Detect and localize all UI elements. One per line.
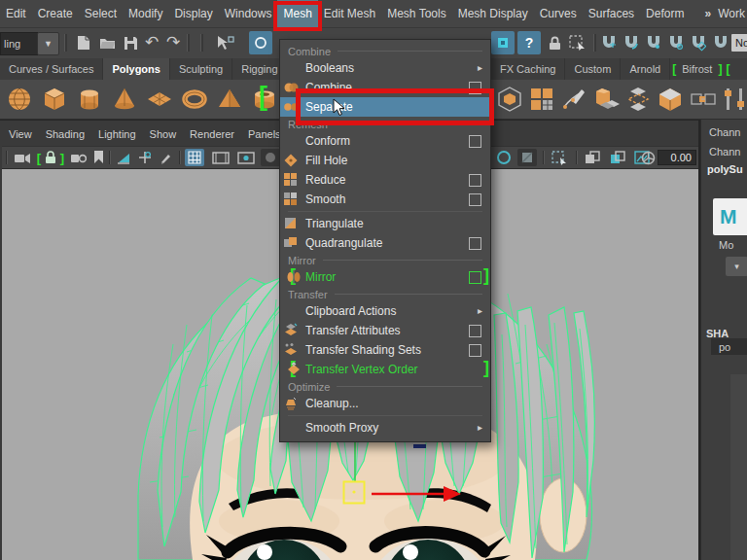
tab-sculpting[interactable]: Sculpting: [170, 58, 232, 80]
isolate-view-icon[interactable]: [607, 149, 628, 166]
panel-menu-shading[interactable]: Shading: [39, 122, 91, 146]
option-box[interactable]: [469, 193, 481, 206]
exposure-field[interactable]: 0.00: [658, 150, 696, 165]
menu-mesh[interactable]: Mesh: [277, 0, 317, 27]
save-scene-icon[interactable]: [121, 33, 140, 52]
option-box[interactable]: [469, 82, 481, 94]
channel-box-menu-2[interactable]: Chann: [709, 146, 740, 158]
bookmark-icon[interactable]: [91, 149, 105, 166]
toolkit-dropdown-button[interactable]: ▾: [726, 257, 747, 276]
circle-select-icon[interactable]: [494, 149, 514, 166]
panel-menu-lighting[interactable]: Lighting: [91, 122, 143, 146]
option-box[interactable]: [469, 325, 481, 337]
snap-to-point-icon[interactable]: [644, 33, 663, 52]
menu-item-transfer-vertex-order[interactable]: [ Transfer Vertex Order ]: [280, 360, 490, 379]
menu-edit-mesh[interactable]: Edit Mesh: [318, 0, 381, 27]
menu-overflow-chevron[interactable]: »: [702, 7, 715, 20]
shape-name[interactable]: po: [719, 341, 730, 353]
panel-menu-renderer[interactable]: Renderer: [183, 122, 241, 146]
open-scene-icon[interactable]: [97, 33, 117, 52]
lock-icon[interactable]: [545, 33, 564, 52]
image-plane-tool-icon[interactable]: [115, 149, 132, 166]
cube-wireframe-icon[interactable]: [494, 84, 525, 115]
tab-bifrost[interactable]: Bifrost: [678, 58, 716, 80]
move-tool-icon[interactable]: [136, 149, 154, 166]
grid-toggle-button[interactable]: [185, 149, 204, 166]
poly-cube-icon[interactable]: [39, 84, 70, 115]
menu-item-booleans[interactable]: Booleans▸: [280, 58, 490, 78]
menu-item-conform[interactable]: Conform: [280, 131, 490, 151]
component-bars-icon[interactable]: [719, 84, 747, 115]
marking-menu-icon[interactable]: [687, 84, 718, 115]
selection-highlight-icon[interactable]: [549, 149, 570, 166]
xray-toggle-icon[interactable]: [517, 149, 537, 166]
workspace-label[interactable]: Work: [714, 7, 747, 20]
select-hierarchy-icon[interactable]: [212, 33, 237, 52]
transfer-attributes-shelf-icon[interactable]: [622, 84, 654, 115]
menu-item-cleanup[interactable]: Cleanup...: [280, 394, 490, 413]
poly-torus-icon[interactable]: [179, 84, 210, 115]
smooth-shelf-icon[interactable]: [655, 84, 686, 115]
poly-cone-icon[interactable]: [109, 84, 140, 115]
help-button[interactable]: ?: [517, 31, 541, 54]
menu-item-smooth-proxy[interactable]: Smooth Proxy▸: [280, 418, 490, 438]
option-box[interactable]: [469, 237, 481, 250]
menu-item-mirror[interactable]: [ Mirror ]: [280, 267, 490, 287]
group-separator[interactable]: [187, 34, 190, 52]
menu-surfaces[interactable]: Surfaces: [583, 0, 640, 27]
multi-cut-icon[interactable]: [558, 84, 589, 115]
extrude-icon[interactable]: [590, 84, 622, 115]
camera-settings-icon[interactable]: [68, 149, 88, 166]
workspace-dropdown-arrow[interactable]: ▼: [37, 32, 59, 55]
menu-item-transfer-attributes[interactable]: Transfer Attributes: [280, 321, 490, 340]
make-live-icon[interactable]: [711, 33, 730, 52]
poly-cylinder-icon[interactable]: [74, 84, 105, 115]
exposure-icon[interactable]: [640, 149, 656, 166]
channel-box-menu[interactable]: Chann: [709, 126, 740, 138]
snap-to-curve-icon[interactable]: [622, 33, 641, 52]
group-separator[interactable]: [593, 34, 596, 52]
menu-item-combine[interactable]: Combine: [280, 78, 490, 97]
tab-polygons[interactable]: Polygons: [103, 58, 170, 80]
menu-windows[interactable]: Windows: [219, 0, 278, 27]
menu-item-reduce[interactable]: Reduce: [280, 170, 490, 190]
snap-to-view-plane-icon[interactable]: [689, 33, 708, 52]
menu-item-triangulate[interactable]: Triangulate: [280, 214, 490, 233]
group-separator[interactable]: [64, 34, 67, 52]
menu-display[interactable]: Display: [168, 0, 218, 27]
panel-menu-view[interactable]: View: [2, 122, 39, 146]
menu-item-transfer-shading-sets[interactable]: Transfer Shading Sets: [280, 340, 490, 360]
resolution-gate-icon[interactable]: [235, 149, 257, 166]
menu-item-fill-hole[interactable]: Fill Hole: [280, 151, 490, 170]
menu-mesh-tools[interactable]: Mesh Tools: [381, 0, 451, 27]
group-separator[interactable]: [200, 34, 203, 52]
menu-edit[interactable]: Edit: [0, 0, 32, 27]
snap-to-grid-icon[interactable]: [599, 33, 619, 52]
object-name[interactable]: polySu: [707, 163, 743, 175]
poly-pyramid-icon[interactable]: [214, 84, 245, 115]
option-box[interactable]: [469, 344, 481, 357]
poly-plane-icon[interactable]: [144, 84, 175, 115]
gate-mask-icon[interactable]: [261, 149, 280, 166]
camera-lock-icon[interactable]: [43, 149, 58, 166]
menu-item-separate[interactable]: Separate: [280, 97, 490, 117]
snap-highlight-button[interactable]: [491, 31, 515, 54]
option-box[interactable]: [469, 174, 481, 187]
option-box[interactable]: [469, 271, 481, 284]
tab-curves-surfaces[interactable]: Curves / Surfaces: [0, 58, 103, 80]
option-box[interactable]: [469, 135, 481, 148]
reduce-shelf-icon[interactable]: [526, 84, 557, 115]
menu-curves[interactable]: Curves: [534, 0, 583, 27]
tab-arnold[interactable]: Arnold: [621, 58, 670, 80]
character-set-field[interactable]: No: [731, 34, 747, 52]
menu-create[interactable]: Create: [32, 0, 79, 27]
menu-item-smooth[interactable]: Smooth: [280, 190, 490, 209]
camera-icon[interactable]: [12, 149, 33, 166]
isolate-select-icon[interactable]: [582, 149, 603, 166]
menu-item-quadrangulate[interactable]: Quadrangulate: [280, 233, 490, 253]
menu-modify[interactable]: Modify: [123, 0, 168, 27]
pencil-icon[interactable]: [158, 149, 173, 166]
panel-menu-show[interactable]: Show: [143, 122, 184, 146]
selection-mode-icon[interactable]: [566, 33, 589, 52]
new-scene-icon[interactable]: [74, 33, 93, 52]
